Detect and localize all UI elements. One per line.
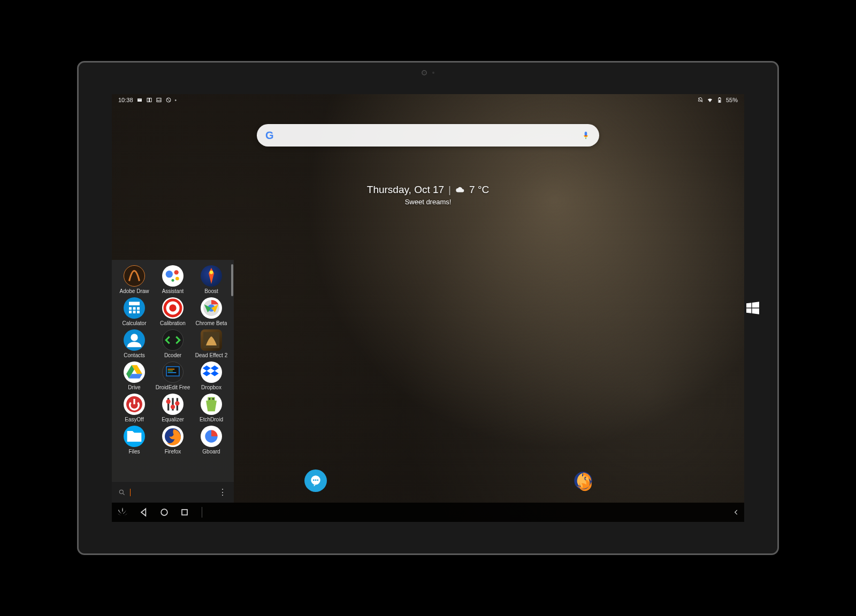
recents-icon[interactable] bbox=[179, 507, 190, 518]
svg-point-42 bbox=[119, 490, 123, 494]
svg-point-20 bbox=[169, 304, 176, 311]
app-label: Calibration bbox=[160, 320, 186, 326]
dot-icon: • bbox=[175, 97, 177, 103]
greeting-text: Sweet dreams! bbox=[367, 198, 489, 206]
app-droidedit-free[interactable]: DroidEdit Free bbox=[155, 361, 191, 390]
windows-logo-icon[interactable] bbox=[744, 299, 761, 317]
app-label: Files bbox=[128, 449, 140, 455]
google-logo-icon: G bbox=[265, 129, 274, 142]
date-weather-widget[interactable]: Thursday, Oct 17 | 7 °C Sweet dreams! bbox=[367, 184, 489, 206]
status-bar[interactable]: 10:38 • 55% bbox=[112, 94, 744, 106]
temperature-text: 7 °C bbox=[469, 184, 489, 196]
svg-rect-18 bbox=[137, 311, 140, 313]
app-dropbox[interactable]: Dropbox bbox=[193, 361, 230, 390]
divider: | bbox=[448, 184, 451, 196]
dnd-icon bbox=[697, 97, 704, 103]
app-label: Firefox bbox=[165, 449, 181, 455]
app-equalizer[interactable]: Equalizer bbox=[155, 394, 191, 422]
date-text: Thursday, Oct 17 bbox=[367, 184, 444, 196]
app-label: Contacts bbox=[124, 352, 144, 358]
calculator-icon bbox=[124, 297, 145, 319]
app-label: Adobe Draw bbox=[119, 288, 149, 294]
svg-point-38 bbox=[209, 398, 210, 399]
picture-icon bbox=[156, 97, 162, 103]
droidedit-icon bbox=[162, 361, 184, 383]
gboard-icon bbox=[201, 426, 222, 447]
text-cursor bbox=[130, 489, 131, 496]
svg-point-39 bbox=[212, 398, 214, 399]
app-gboard[interactable]: Gboard bbox=[193, 426, 230, 455]
app-files[interactable]: Files bbox=[116, 426, 152, 455]
image-panel-icon bbox=[146, 97, 152, 103]
chrome-beta-icon bbox=[201, 297, 222, 319]
app-contacts[interactable]: Contacts bbox=[116, 329, 152, 358]
back-icon[interactable] bbox=[139, 507, 149, 518]
boost-icon bbox=[201, 265, 222, 287]
svg-rect-30 bbox=[168, 372, 177, 373]
app-calculator[interactable]: Calculator bbox=[116, 297, 152, 326]
google-search-bar[interactable]: G bbox=[257, 124, 599, 147]
etchdroid-icon bbox=[201, 394, 222, 415]
svg-rect-28 bbox=[168, 369, 175, 370]
app-easyoff[interactable]: EasyOff bbox=[116, 394, 152, 422]
navigation-bar bbox=[112, 503, 744, 522]
svg-rect-29 bbox=[168, 371, 173, 372]
svg-rect-12 bbox=[129, 302, 140, 305]
drawer-search-bar[interactable]: ⋮ bbox=[112, 481, 234, 503]
svg-rect-6 bbox=[719, 100, 720, 102]
svg-point-11 bbox=[210, 271, 213, 274]
svg-rect-5 bbox=[719, 98, 720, 98]
app-label: Dcoder bbox=[164, 352, 181, 358]
launcher-icon[interactable] bbox=[116, 506, 129, 519]
app-label: Calculator bbox=[122, 320, 146, 326]
svg-rect-13 bbox=[129, 307, 132, 310]
svg-point-44 bbox=[313, 480, 315, 481]
weather-cloud-icon bbox=[455, 185, 465, 195]
voice-search-icon[interactable] bbox=[581, 130, 591, 140]
expand-chevron-icon[interactable] bbox=[732, 509, 740, 516]
app-boost[interactable]: Boost bbox=[193, 265, 230, 294]
calibration-icon bbox=[162, 297, 184, 319]
scrollbar-thumb[interactable] bbox=[231, 264, 233, 296]
app-etchdroid[interactable]: EtchDroid bbox=[193, 394, 230, 422]
app-chrome-beta[interactable]: Chrome Beta bbox=[193, 297, 230, 326]
wifi-icon bbox=[707, 97, 713, 103]
svg-rect-1 bbox=[149, 98, 151, 102]
app-drive[interactable]: Drive bbox=[116, 361, 152, 390]
app-dead-effect-2[interactable]: Dead Effect 2 bbox=[193, 329, 230, 358]
dead-effect-icon bbox=[201, 329, 222, 351]
svg-point-36 bbox=[171, 405, 175, 409]
app-dcoder[interactable]: Dcoder bbox=[155, 329, 191, 358]
adobe-draw-icon bbox=[124, 265, 145, 287]
app-label: Equalizer bbox=[162, 417, 184, 422]
app-label: Drive bbox=[128, 384, 140, 390]
svg-rect-17 bbox=[133, 311, 136, 313]
svg-point-45 bbox=[315, 480, 317, 481]
svg-point-48 bbox=[161, 509, 167, 515]
dock-firefox-app[interactable] bbox=[572, 469, 594, 492]
assistant-icon bbox=[162, 265, 184, 287]
app-calibration[interactable]: Calibration bbox=[155, 297, 191, 326]
app-assistant[interactable]: Assistant bbox=[155, 265, 191, 294]
svg-point-37 bbox=[175, 401, 179, 405]
sync-off-icon bbox=[165, 97, 172, 103]
dropbox-icon bbox=[201, 361, 222, 383]
svg-rect-15 bbox=[137, 307, 140, 310]
app-adobe-draw[interactable]: Adobe Draw bbox=[116, 265, 152, 294]
app-label: Gboard bbox=[202, 449, 220, 455]
app-label: EasyOff bbox=[125, 417, 143, 422]
battery-icon bbox=[716, 97, 723, 103]
app-label: Dead Effect 2 bbox=[195, 352, 227, 358]
divider bbox=[202, 507, 202, 518]
dcoder-icon bbox=[162, 329, 184, 351]
svg-point-7 bbox=[166, 271, 173, 278]
firefox-icon bbox=[162, 426, 184, 447]
more-options-icon[interactable]: ⋮ bbox=[218, 487, 227, 497]
home-icon[interactable] bbox=[159, 507, 170, 518]
app-firefox[interactable]: Firefox bbox=[155, 426, 191, 455]
equalizer-icon bbox=[162, 394, 184, 415]
easyoff-icon bbox=[124, 394, 145, 415]
svg-point-8 bbox=[174, 270, 179, 274]
app-label: EtchDroid bbox=[200, 417, 223, 422]
dock-messages-app[interactable] bbox=[304, 469, 327, 492]
